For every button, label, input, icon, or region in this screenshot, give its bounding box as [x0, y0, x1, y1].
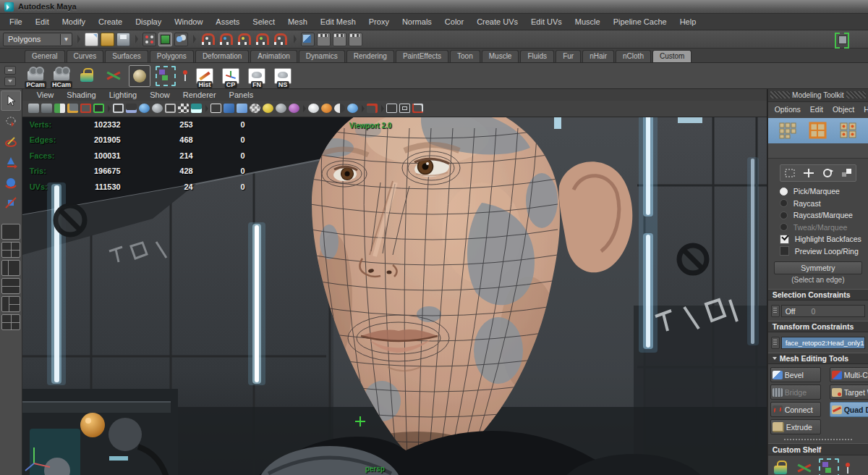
menu-select[interactable]: Select: [246, 17, 281, 26]
radio-raycast[interactable]: Raycast: [768, 198, 868, 210]
menu-pipeline-cache[interactable]: Pipeline Cache: [607, 17, 673, 26]
custom-shelf-header[interactable]: Custom Shelf: [768, 443, 868, 455]
toolkit-header[interactable]: Modeling Toolkit: [768, 89, 868, 102]
modeling-toolkit-toggle-icon[interactable]: [835, 33, 849, 46]
shelf-tab-polygons[interactable]: Polygons: [150, 50, 194, 62]
section-drag-dots[interactable]: [784, 439, 852, 440]
toolkit-menu-object[interactable]: Object: [833, 105, 854, 114]
viewport-3d-scene[interactable]: Verts: 102332 253 0 Edges: 201905 468 0 …: [22, 117, 767, 475]
wireframe-mode-icon[interactable]: [139, 104, 150, 113]
multi-component-mode-icon[interactable]: [839, 122, 858, 139]
grip-icon[interactable]: [771, 305, 780, 317]
marquee-tool-icon[interactable]: [784, 168, 796, 178]
shelf-item-pcam[interactable]: PCam: [25, 65, 46, 87]
mesh-editing-tools-header[interactable]: Mesh Editing Tools: [768, 353, 868, 365]
image-plane-icon[interactable]: [80, 104, 91, 113]
dome-light-icon[interactable]: [308, 104, 319, 113]
shaded-mode-icon[interactable]: [152, 104, 163, 113]
purple-material-ball-icon[interactable]: [289, 104, 299, 113]
menu-file[interactable]: File: [3, 17, 29, 26]
xray-cube-icon[interactable]: [386, 104, 397, 113]
shelf-tab-fur[interactable]: Fur: [556, 50, 581, 62]
grid-cube-icon[interactable]: [399, 104, 410, 113]
group-separator[interactable]: [292, 33, 297, 46]
layout-three-pane-button[interactable]: [1, 296, 20, 312]
ipr-render-icon[interactable]: [333, 33, 346, 46]
panel-menu-shading[interactable]: Shading: [61, 91, 101, 99]
panel-menu-panels[interactable]: Panels: [224, 91, 260, 99]
menu-normals[interactable]: Normals: [396, 17, 438, 26]
2d-pan-zoom-icon[interactable]: [93, 104, 104, 113]
scale-tool[interactable]: [1, 193, 20, 212]
select-camera-icon[interactable]: [28, 104, 39, 113]
shelf-item-selection-set[interactable]: [155, 65, 176, 87]
menuset-dropdown[interactable]: Polygons ▼: [3, 33, 72, 46]
layout-single-pane-button[interactable]: [1, 224, 20, 240]
rotate-tool-icon[interactable]: [822, 168, 833, 178]
blue-light-icon[interactable]: [347, 104, 358, 113]
paint-select-tool[interactable]: [1, 133, 20, 151]
move-tool-icon[interactable]: [803, 168, 814, 178]
grease-pencil-icon[interactable]: [113, 104, 124, 113]
menu-edit-uvs[interactable]: Edit UVs: [524, 17, 569, 26]
shelf-tab-ncloth[interactable]: nCloth: [616, 50, 651, 62]
transform-constraints-header[interactable]: Transform Constraints: [768, 321, 868, 333]
select-object-icon[interactable]: [158, 33, 172, 46]
toolkit-menu-options[interactable]: Options: [775, 105, 801, 114]
target-weld-button[interactable]: Target W: [830, 384, 868, 400]
menu-color[interactable]: Color: [438, 17, 470, 26]
lasso-tool[interactable]: [1, 112, 20, 131]
menu-create[interactable]: Create: [92, 17, 129, 26]
flat-shade-icon[interactable]: [237, 104, 247, 113]
shelf-item-sphere[interactable]: [129, 65, 150, 87]
menu-mesh[interactable]: Mesh: [281, 17, 314, 26]
shelf-tab-surfaces[interactable]: Surfaces: [105, 50, 148, 62]
menu-edit[interactable]: Edit: [29, 17, 56, 26]
group-separator[interactable]: [192, 33, 197, 46]
shelf-tab-deformation[interactable]: Deformation: [195, 50, 249, 62]
snap-point-icon[interactable]: [238, 33, 251, 45]
shelf-tab-dynamics[interactable]: Dynamics: [299, 50, 345, 62]
bevel-button[interactable]: Bevel: [770, 367, 821, 382]
snap-curve-icon[interactable]: [220, 33, 233, 45]
shelf-tab-nhair[interactable]: nHair: [582, 50, 614, 62]
scale-tool-icon[interactable]: [841, 168, 852, 178]
rotate-tool[interactable]: [1, 173, 20, 192]
menu-window[interactable]: Window: [168, 17, 209, 26]
vertex-mode-icon[interactable]: [778, 122, 797, 139]
toolkit-menu-edit[interactable]: Edit: [810, 105, 823, 114]
checkbox-highlight-backfaces[interactable]: Highlight Backfaces: [768, 233, 868, 245]
shelf-tab-painteffects[interactable]: PaintEffects: [396, 50, 448, 62]
move-tool[interactable]: [1, 153, 20, 172]
shelf-item-ns[interactable]: NS: [272, 65, 294, 87]
checker-icon[interactable]: [178, 104, 189, 113]
shelf-item-hcam[interactable]: HCam: [51, 65, 72, 87]
gray-material-ball-icon[interactable]: [276, 104, 286, 113]
bookmark-icon[interactable]: [67, 104, 78, 113]
layout-two-pane-side-button[interactable]: [1, 260, 20, 276]
menu-display[interactable]: Display: [129, 17, 168, 26]
face-mode-icon[interactable]: [809, 122, 827, 139]
render-view-icon[interactable]: [301, 33, 315, 46]
grip-icon[interactable]: [771, 337, 780, 349]
menu-create-uvs[interactable]: Create UVs: [470, 17, 524, 26]
shelf-tab-animation[interactable]: Animation: [250, 50, 297, 62]
shelf-tab-general[interactable]: General: [25, 50, 65, 62]
shelf-tab-fluids[interactable]: Fluids: [520, 50, 554, 62]
menu-assets[interactable]: Assets: [209, 17, 246, 26]
lock-camera-icon[interactable]: [41, 104, 52, 113]
shelf-item-pin[interactable]: [181, 65, 190, 87]
smooth-shade-icon[interactable]: [224, 104, 234, 113]
snap-grid-icon[interactable]: [202, 33, 215, 45]
snap-projected-center-icon[interactable]: [256, 33, 269, 45]
shelf-tab-custom[interactable]: Custom: [652, 50, 692, 62]
wire-cube-icon[interactable]: [210, 104, 221, 113]
menu-muscle[interactable]: Muscle: [569, 17, 607, 26]
checkbox-preview-loop-ring[interactable]: Preview Loop/Ring: [768, 245, 868, 258]
transform-constraint-field[interactable]: face_retopo2:Head_only1:Me: [781, 337, 865, 349]
shelf-item-hist[interactable]: Hist: [194, 65, 216, 87]
render-settings-icon[interactable]: [349, 33, 362, 46]
shelf-tab-toon[interactable]: Toon: [450, 50, 480, 62]
group-separator[interactable]: [76, 33, 81, 46]
connect-button[interactable]: Connect: [770, 402, 821, 417]
